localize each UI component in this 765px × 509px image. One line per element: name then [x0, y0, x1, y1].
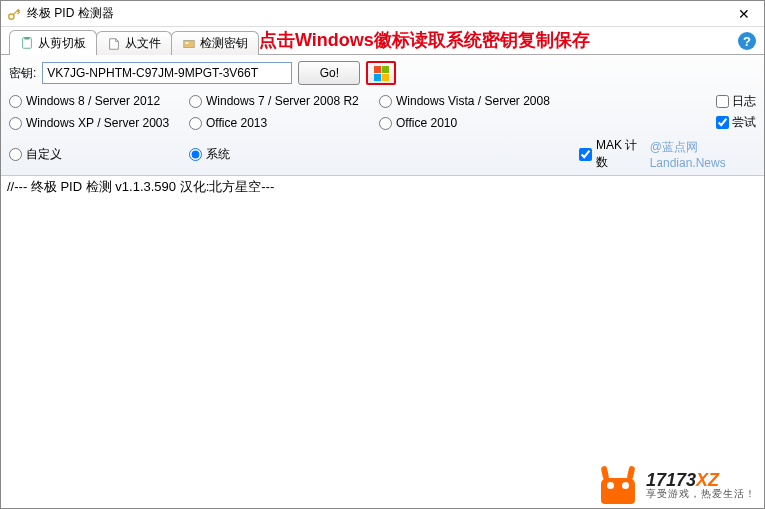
radio-vista[interactable]: Windows Vista / Server 2008 — [379, 94, 579, 108]
radio-winxp[interactable]: Windows XP / Server 2003 — [9, 116, 189, 130]
tab-detect-key[interactable]: 检测密钥 — [171, 31, 259, 55]
tab-label: 从文件 — [125, 35, 161, 52]
annotation-overlay: 点击Windows徽标读取系统密钥复制保存 — [259, 28, 590, 52]
key-icon — [7, 7, 21, 21]
tab-clipboard[interactable]: 从剪切板 — [9, 30, 97, 55]
watermark: @蓝点网 Landian.News — [650, 139, 756, 170]
radio-office2013[interactable]: Office 2013 — [189, 116, 379, 130]
close-button[interactable]: ✕ — [730, 6, 758, 22]
key-label: 密钥: — [9, 65, 36, 82]
tab-label: 检测密钥 — [200, 35, 248, 52]
window-title: 终极 PID 检测器 — [27, 5, 730, 22]
clipboard-icon — [20, 36, 34, 50]
go-button[interactable]: Go! — [298, 61, 360, 85]
radio-win8[interactable]: Windows 8 / Server 2012 — [9, 94, 189, 108]
file-icon — [107, 37, 121, 51]
help-button[interactable]: ? — [738, 32, 756, 50]
output-line: //--- 终极 PID 检测 v1.1.3.590 汉化:北方星空--- — [7, 178, 758, 196]
check-try[interactable]: 尝试 — [716, 114, 756, 131]
check-log[interactable]: 日志 — [716, 93, 756, 110]
radio-system[interactable]: 系统 — [189, 146, 379, 163]
windows-logo-icon — [374, 66, 389, 81]
radio-office2010[interactable]: Office 2010 — [379, 116, 579, 130]
tab-file[interactable]: 从文件 — [96, 31, 172, 55]
svg-rect-4 — [186, 42, 189, 44]
key-input[interactable] — [42, 62, 292, 84]
windows-logo-button[interactable] — [366, 61, 396, 85]
output-area[interactable]: //--- 终极 PID 检测 v1.1.3.590 汉化:北方星空--- — [1, 175, 764, 495]
radio-custom[interactable]: 自定义 — [9, 146, 189, 163]
radio-win7[interactable]: Windows 7 / Server 2008 R2 — [189, 94, 379, 108]
mascot-icon — [596, 466, 640, 504]
footer-logo: 17173XZ 享受游戏，热爱生活！ — [596, 466, 756, 504]
check-mak[interactable]: MAK 计数 — [579, 137, 638, 171]
svg-rect-3 — [184, 40, 195, 47]
detect-icon — [182, 37, 196, 51]
svg-rect-2 — [24, 37, 29, 40]
tab-label: 从剪切板 — [38, 35, 86, 52]
